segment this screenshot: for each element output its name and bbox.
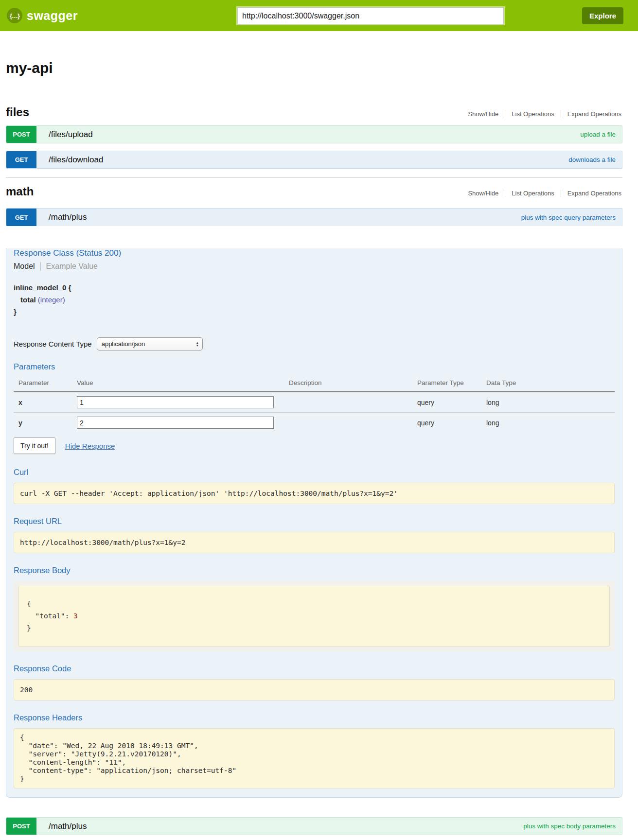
files-section-header: files Show/Hide List Operations Expand O… bbox=[6, 105, 622, 119]
select-selected-value: application/json bbox=[102, 340, 196, 348]
json-open-brace: { bbox=[27, 598, 602, 610]
section-title-math[interactable]: math bbox=[6, 185, 34, 198]
endpoint-summary-link[interactable]: downloads a file bbox=[568, 156, 616, 163]
col-header-description: Description bbox=[289, 375, 417, 392]
get-method-badge: GET bbox=[6, 151, 36, 168]
json-close-brace: } bbox=[27, 622, 602, 634]
endpoint-row-post-math-plus[interactable]: POST /math/plus plus with spec body para… bbox=[6, 817, 622, 835]
request-url-heading: Request URL bbox=[14, 517, 615, 526]
endpoint-path[interactable]: /math/plus bbox=[49, 212, 87, 222]
parameter-description bbox=[289, 392, 417, 413]
response-content-type-label: Response Content Type bbox=[14, 340, 92, 348]
request-url-value: http://localhost:3000/math/plus?x=1&y=2 bbox=[14, 532, 615, 553]
param-y-input[interactable] bbox=[77, 417, 274, 429]
col-header-parameter: Parameter bbox=[14, 375, 77, 392]
parameter-data-type: long bbox=[486, 392, 615, 413]
swagger-logo-icon: {…} bbox=[7, 8, 22, 23]
files-expand-operations-link[interactable]: Expand Operations bbox=[561, 110, 622, 118]
tab-example-value[interactable]: Example Value bbox=[41, 262, 98, 271]
response-body-json: { "total": 3 } bbox=[18, 586, 610, 647]
try-it-out-row: Try it out! Hide Response bbox=[14, 438, 615, 454]
endpoint-row-get-math-plus[interactable]: GET /math/plus plus with spec query para… bbox=[6, 208, 622, 226]
tab-model[interactable]: Model bbox=[14, 262, 41, 271]
endpoint-path[interactable]: /files/upload bbox=[49, 130, 93, 140]
endpoint-summary-link[interactable]: plus with spec body parameters bbox=[523, 822, 616, 830]
endpoint-row-get-files-download[interactable]: GET /files/download downloads a file bbox=[6, 151, 622, 169]
curl-heading: Curl bbox=[14, 468, 615, 477]
endpoint-path[interactable]: /math/plus bbox=[49, 822, 87, 831]
hide-response-link[interactable]: Hide Response bbox=[65, 442, 115, 450]
model-signature: inline_model_0 { total (integer) } bbox=[14, 281, 615, 318]
endpoint-path[interactable]: /files/download bbox=[49, 155, 103, 165]
select-arrows-icon: ▲ ▼ bbox=[196, 341, 199, 347]
math-plus-get-panel: Response Class (Status 200) Model Exampl… bbox=[6, 248, 622, 798]
explore-button[interactable]: Explore bbox=[582, 7, 623, 24]
parameter-row-y: y query long bbox=[14, 413, 615, 433]
parameter-name: y bbox=[14, 413, 77, 433]
endpoint-summary-link[interactable]: upload a file bbox=[580, 131, 616, 138]
section-title-files[interactable]: files bbox=[6, 105, 29, 119]
parameters-table: Parameter Value Description Parameter Ty… bbox=[14, 375, 615, 433]
swagger-logo-text: swagger bbox=[27, 9, 78, 23]
post-method-badge: POST bbox=[6, 126, 36, 143]
json-total-line: "total": 3 bbox=[27, 610, 602, 622]
files-section-controls: Show/Hide List Operations Expand Operati… bbox=[461, 110, 622, 118]
json-number-value: 3 bbox=[73, 612, 78, 620]
page-title: my-api bbox=[6, 59, 622, 76]
json-key: "total": bbox=[27, 612, 73, 620]
parameter-name: x bbox=[14, 392, 77, 413]
parameter-row-x: x query long bbox=[14, 392, 615, 413]
math-show-hide-link[interactable]: Show/Hide bbox=[461, 190, 505, 197]
math-list-operations-link[interactable]: List Operations bbox=[505, 190, 560, 197]
parameter-description bbox=[289, 413, 417, 433]
content-area: my-api files Show/Hide List Operations E… bbox=[6, 59, 622, 835]
response-content-type-select[interactable]: application/json ▲ ▼ bbox=[97, 337, 203, 350]
files-list-operations-link[interactable]: List Operations bbox=[505, 110, 560, 118]
model-property-type: (integer) bbox=[38, 296, 65, 304]
parameters-heading: Parameters bbox=[14, 362, 615, 371]
parameter-data-type: long bbox=[486, 413, 615, 433]
section-divider bbox=[6, 177, 622, 178]
model-close-line: } bbox=[14, 306, 615, 318]
model-property-name: total bbox=[20, 296, 36, 304]
response-body-heading: Response Body bbox=[14, 566, 615, 575]
response-code-heading: Response Code bbox=[14, 664, 615, 673]
curl-command: curl -X GET --header 'Accept: applicatio… bbox=[14, 483, 615, 504]
col-header-parameter-type: Parameter Type bbox=[417, 375, 486, 392]
response-class-heading: Response Class (Status 200) bbox=[14, 248, 615, 258]
math-expand-operations-link[interactable]: Expand Operations bbox=[561, 190, 622, 197]
try-it-out-button[interactable]: Try it out! bbox=[14, 438, 55, 454]
response-headers-heading: Response Headers bbox=[14, 713, 615, 722]
endpoint-row-post-files-upload[interactable]: POST /files/upload upload a file bbox=[6, 125, 622, 143]
top-bar: {…} swagger Explore bbox=[0, 0, 638, 31]
col-header-value: Value bbox=[77, 375, 289, 392]
math-section-controls: Show/Hide List Operations Expand Operati… bbox=[461, 190, 622, 197]
parameter-type: query bbox=[417, 392, 486, 413]
model-property-line: total (integer) bbox=[14, 294, 615, 306]
response-headers-json: { "date": "Wed, 22 Aug 2018 18:49:13 GMT… bbox=[14, 728, 615, 788]
response-content-type-row: Response Content Type application/json ▲… bbox=[14, 337, 615, 350]
swagger-logo[interactable]: {…} swagger bbox=[7, 0, 78, 31]
endpoint-summary-link[interactable]: plus with spec query parameters bbox=[521, 214, 616, 221]
parameter-type: query bbox=[417, 413, 486, 433]
model-tabs: Model Example Value bbox=[14, 262, 615, 271]
response-body-container: { "total": 3 } bbox=[14, 581, 615, 651]
get-method-badge: GET bbox=[6, 209, 36, 226]
files-show-hide-link[interactable]: Show/Hide bbox=[461, 110, 505, 118]
math-section-header: math Show/Hide List Operations Expand Op… bbox=[6, 185, 622, 198]
param-x-input[interactable] bbox=[77, 396, 274, 408]
post-method-badge: POST bbox=[6, 818, 36, 835]
col-header-data-type: Data Type bbox=[486, 375, 615, 392]
parameters-header-row: Parameter Value Description Parameter Ty… bbox=[14, 375, 615, 392]
model-open-line: inline_model_0 { bbox=[14, 281, 615, 294]
response-code-value: 200 bbox=[14, 679, 615, 700]
spec-url-input[interactable] bbox=[237, 7, 504, 24]
